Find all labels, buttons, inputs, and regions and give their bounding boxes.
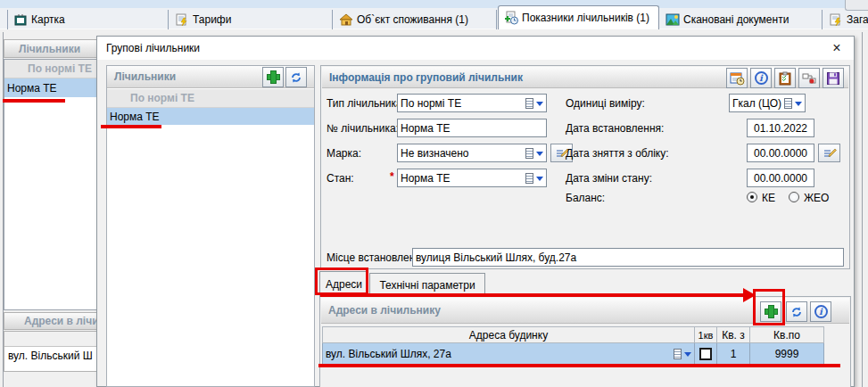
bg-group-label: По нормі ТЕ <box>28 62 92 75</box>
table-row[interactable]: вул. Вільський Шлях, 27а 1 9999 <box>322 343 824 365</box>
kv-to-cell[interactable]: 9999 <box>750 343 824 365</box>
annotation-underline-meter-bg <box>3 99 65 103</box>
type-label: Тип лічильника: <box>327 97 405 110</box>
tab-consumption-object[interactable]: Об`єкт споживання (1) <box>334 10 497 29</box>
save-button[interactable] <box>823 68 844 88</box>
brand-combobox[interactable]: Не визначено <box>397 144 547 162</box>
tab-bar: Картка Тарифи Об`єкт споживання (1) Пока… <box>0 0 868 29</box>
state-change-date-field[interactable]: 00.00.0000 <box>747 169 814 187</box>
close-icon[interactable]: × <box>829 40 845 56</box>
tab-label: Показники лічильників (1) <box>522 12 649 24</box>
calendar-history-button[interactable] <box>726 68 748 88</box>
plus-icon <box>268 71 279 83</box>
column-header[interactable]: Кв.по <box>750 326 824 343</box>
tab-label: Тарифи <box>193 13 231 26</box>
tariff-icon <box>175 12 189 27</box>
state-combobox[interactable]: Норма ТЕ <box>397 169 547 187</box>
type-value: По нормі ТЕ <box>401 97 525 110</box>
bg-address-label: вул. Вільський Ш <box>8 350 93 362</box>
column-header[interactable]: 1кв <box>695 326 717 343</box>
location-input[interactable]: вулиця Вільський Шлях, буд.27а <box>412 248 844 267</box>
checkbox-unchecked[interactable] <box>699 348 712 360</box>
addresses-table: Адреса будинку 1кв Кв. з Кв.по вул. Віль… <box>322 326 824 365</box>
dialog-selected-meter-row[interactable]: Норма ТЕ <box>107 108 314 125</box>
refresh-icon <box>290 71 302 84</box>
info-icon: i <box>755 71 768 85</box>
state-change-date-value: 00.00.0000 <box>754 172 807 185</box>
edit-icon <box>823 147 837 160</box>
required-mark: * <box>390 170 394 183</box>
state-label: Стан: <box>327 172 354 185</box>
chevron-down-icon <box>536 152 543 160</box>
address-cell[interactable]: вул. Вільський Шлях, 27а <box>322 343 695 365</box>
radio-ke-label: КЕ <box>762 192 775 204</box>
bg-addresses-panel-title: Адреси в лічи <box>24 315 99 327</box>
removal-date-field[interactable]: 00.00.0000 <box>747 144 814 162</box>
tab-label: Картка <box>31 13 65 26</box>
tab-general[interactable]: Зага <box>823 10 868 29</box>
dialog-title: Групові лічильники <box>106 42 200 54</box>
tab-label: Об`єкт споживання (1) <box>357 13 468 26</box>
tab-label: Скановані документи <box>683 13 789 26</box>
state-change-date-label: Дата зміни стану: <box>566 172 652 185</box>
annotation-underline-meter-dialog <box>101 125 161 128</box>
removal-date-label: Дата зняття з обліку: <box>566 147 669 160</box>
radio-ke[interactable] <box>747 192 757 202</box>
tab-meter-readings[interactable]: Показники лічильників (1) <box>498 5 659 29</box>
brand-label: Марка: <box>327 147 361 160</box>
window-control-partial[interactable] <box>845 0 868 11</box>
meter-readings-icon <box>504 11 518 25</box>
dialog-meters-panel-title: Лічильники <box>114 70 176 83</box>
address-value: вул. Вільський Шлях, 27а <box>326 348 674 360</box>
calendar-clock-icon <box>730 71 745 86</box>
add-meter-button[interactable] <box>262 67 284 87</box>
one-kv-cell[interactable] <box>695 343 717 365</box>
chevron-down-icon <box>536 177 543 185</box>
dialog-meters-panel: Лічильники По нормі ТЕ Норма ТЕ <box>106 65 315 387</box>
radio-zheo[interactable] <box>789 192 799 202</box>
combo-list-icon <box>784 98 792 109</box>
tab-card[interactable]: Картка <box>7 10 169 29</box>
install-date-field[interactable]: 01.10.2022 <box>747 119 814 137</box>
annotation-underline-address-row <box>318 364 840 367</box>
card-icon <box>13 12 28 27</box>
address-info-button[interactable]: i <box>810 301 831 322</box>
state-value: Норма ТЕ <box>401 172 525 185</box>
dialog-group-label: По нормі ТЕ <box>130 92 194 104</box>
type-combobox[interactable]: По нормі ТЕ <box>397 94 547 112</box>
tariff-icon <box>829 12 843 27</box>
number-value: Норма ТЕ <box>401 122 543 135</box>
combo-list-icon <box>525 98 533 109</box>
units-combobox[interactable]: Гкал (ЦО) <box>729 94 806 112</box>
info-button[interactable]: i <box>750 68 772 88</box>
dialog-title-bar: Групові лічильники <box>97 37 854 60</box>
number-input[interactable]: Норма ТЕ <box>397 119 547 137</box>
removal-date-edit-button[interactable] <box>818 144 840 162</box>
column-header[interactable]: Кв. з <box>717 326 750 343</box>
refresh-addresses-button[interactable] <box>786 301 807 322</box>
window-frame-right <box>862 32 863 387</box>
column-header[interactable]: Адреса будинку <box>322 326 695 343</box>
dialog-selected-meter-label: Норма ТЕ <box>110 111 160 123</box>
scheme-button[interactable] <box>798 68 820 88</box>
brand-value: Не визначено <box>401 147 525 160</box>
bg-selected-meter-label: Норма ТЕ <box>7 82 57 95</box>
save-icon <box>826 71 840 86</box>
annotation-box-add-button <box>753 289 785 325</box>
refresh-meters-button[interactable] <box>285 67 307 87</box>
tab-scanned-documents[interactable]: Скановані документи <box>660 10 823 29</box>
bg-meters-panel-title: Лічильники <box>19 43 80 55</box>
house-icon <box>339 12 353 27</box>
tab-tariffs[interactable]: Тарифи <box>169 10 333 29</box>
dialog-meters-group-header[interactable]: По нормі ТЕ <box>107 89 314 108</box>
units-label: Одиниці виміру: <box>566 97 645 110</box>
combo-list-icon <box>525 148 533 159</box>
addresses-table-header: Адреса будинку 1кв Кв. з Кв.по <box>322 326 824 343</box>
kv-from-cell[interactable]: 1 <box>717 343 750 365</box>
image-icon <box>665 12 680 27</box>
location-value: вулиця Вільський Шлях, буд.27а <box>416 251 840 264</box>
tab-technical-parameters-label: Технічні параметри <box>379 279 475 292</box>
checklist-button[interactable] <box>774 68 796 88</box>
clipboard-check-icon <box>778 71 792 86</box>
tab-label: Зага <box>847 13 868 26</box>
